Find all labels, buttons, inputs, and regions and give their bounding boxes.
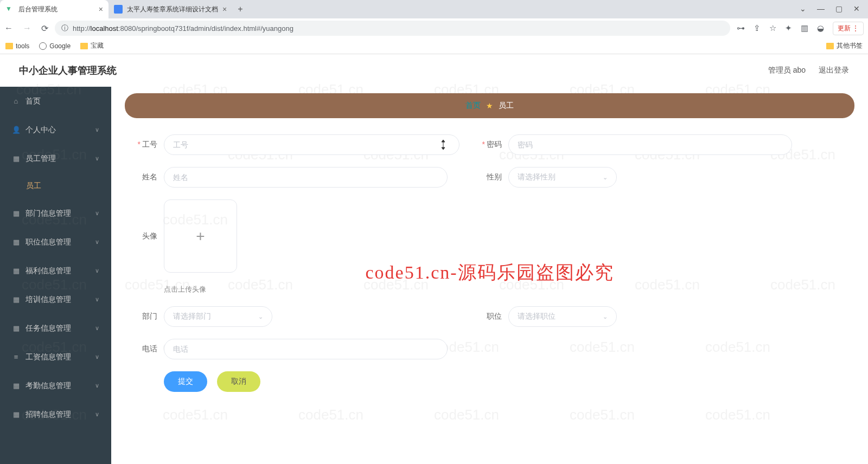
- xingming-input[interactable]: [164, 167, 448, 188]
- chevron-down-icon: ∨: [95, 296, 99, 303]
- form-actions: 提交 取消: [164, 371, 792, 392]
- chevron-down-icon: ⌄: [603, 313, 608, 320]
- sidebar-item-welfare[interactable]: ▦福利信息管理∨: [0, 256, 111, 285]
- grid-icon: ▦: [12, 382, 20, 390]
- plus-icon: +: [196, 228, 205, 245]
- reload-icon[interactable]: ⟳: [41, 23, 48, 34]
- zhiwei-select[interactable]: 请选择职位⌄: [508, 306, 617, 327]
- tabs-row: ▼ 后台管理系统 × 太平人寿签章系统详细设计文档 × +: [0, 0, 868, 18]
- forward-icon[interactable]: →: [23, 23, 31, 34]
- browser-chrome: ⌄ — ▢ ✕ ▼ 后台管理系统 × 太平人寿签章系统详细设计文档 × + ← …: [0, 0, 868, 54]
- tab-favicon: ▼: [5, 5, 14, 14]
- chevron-down-icon: ∨: [95, 353, 99, 360]
- breadcrumb-home[interactable]: 首页: [465, 101, 481, 111]
- update-button[interactable]: 更新 ⋮: [833, 22, 864, 35]
- toolbar-icons: ⊶ ⇪ ☆ ✦ ▥ ◒ 更新 ⋮: [737, 22, 864, 35]
- close-icon[interactable]: ×: [99, 5, 103, 14]
- sidebar-item-task[interactable]: ▦任务信息管理∨: [0, 314, 111, 343]
- app-header: 中小企业人事管理系统 管理员 abo 退出登录: [0, 54, 868, 87]
- submit-button[interactable]: 提交: [164, 371, 207, 392]
- tab-favicon: [114, 5, 123, 14]
- upload-hint: 点击上传头像: [164, 285, 792, 294]
- minimize-icon[interactable]: —: [817, 4, 825, 13]
- breadcrumb-current: 员工: [499, 101, 514, 111]
- sidebar-subitem-employee[interactable]: 员工: [0, 173, 111, 199]
- form-item-xingbie: 性别 请选择性别⌄: [469, 167, 792, 188]
- profile-icon[interactable]: ◒: [817, 23, 824, 33]
- employee-form: *工号 *密码 姓名 性别 请选择性别⌄: [125, 134, 792, 392]
- grid-icon: ▦: [12, 267, 20, 275]
- chevron-down-icon: ⌄: [603, 174, 608, 181]
- chevron-down-icon: ∨: [95, 411, 99, 418]
- dianhua-input[interactable]: [164, 339, 448, 359]
- sidebar-item-profile[interactable]: 👤个人中心∨: [0, 115, 111, 144]
- maximize-icon[interactable]: ▢: [835, 4, 843, 13]
- down-chevron-icon[interactable]: ⌄: [800, 4, 806, 13]
- star-icon[interactable]: ☆: [769, 23, 776, 33]
- admin-label[interactable]: 管理员 abo: [768, 66, 806, 75]
- share-icon[interactable]: ⇪: [754, 23, 761, 33]
- close-window-icon[interactable]: ✕: [853, 4, 860, 13]
- label-xingming: 姓名: [125, 172, 157, 182]
- bumen-select[interactable]: 请选择部门⌄: [164, 306, 272, 327]
- panel-icon[interactable]: ▥: [801, 23, 808, 33]
- grid-icon: ▦: [12, 238, 20, 246]
- chevron-down-icon: ⌄: [258, 313, 263, 320]
- sidebar-item-position[interactable]: ▦职位信息管理∨: [0, 228, 111, 256]
- bookmarks-bar: tools Google 宝藏 其他书签: [0, 38, 868, 54]
- key-icon[interactable]: ⊶: [737, 23, 745, 33]
- grid-icon: ▦: [12, 295, 20, 304]
- label-dianhua: 电话: [125, 344, 157, 354]
- info-icon[interactable]: ⓘ: [61, 23, 68, 33]
- grid-icon: ▦: [12, 209, 20, 217]
- form-item-dianhua: 电话: [125, 339, 448, 359]
- url-bar[interactable]: ⓘ http://localhost:8080/springbootq731f/…: [55, 21, 730, 36]
- folder-icon: [826, 43, 834, 49]
- form-item-mima: *密码: [469, 134, 792, 155]
- label-bumen: 部门: [125, 312, 157, 321]
- header-right: 管理员 abo 退出登录: [768, 66, 849, 75]
- app-body: ⌂首页 👤个人中心∨ ▦员工管理∨ 员工 ▦部门信息管理∨ ▦职位信息管理∨ ▦…: [0, 87, 868, 464]
- extension-icon[interactable]: ✦: [785, 23, 792, 33]
- sidebar-item-dept[interactable]: ▦部门信息管理∨: [0, 199, 111, 228]
- back-icon[interactable]: ←: [4, 23, 13, 34]
- sidebar-item-salary[interactable]: ≡工资信息管理∨: [0, 343, 111, 371]
- grid-icon: ▦: [12, 324, 20, 332]
- new-tab-button[interactable]: +: [232, 4, 248, 14]
- logout-link[interactable]: 退出登录: [819, 66, 849, 75]
- bookmark-baozang[interactable]: 宝藏: [80, 41, 104, 50]
- form-item-zhiwei: 职位 请选择职位⌄: [469, 306, 792, 327]
- form-item-bumen: 部门 请选择部门⌄: [125, 306, 448, 327]
- close-icon[interactable]: ×: [222, 5, 227, 14]
- sidebar-item-home[interactable]: ⌂首页: [0, 87, 111, 115]
- other-bookmarks[interactable]: 其他书签: [826, 41, 863, 50]
- breadcrumb: 首页 ★ 员工: [125, 93, 854, 118]
- list-icon: ≡: [12, 353, 20, 361]
- gonghao-input[interactable]: [164, 134, 459, 155]
- url-text: http://localhost:8080/springbootq731f/ad…: [73, 24, 293, 33]
- main-content: 首页 ★ 员工 code51.cn-源码乐园盗图必究 *工号 *密码 姓名: [111, 87, 868, 464]
- form-item-xingming: 姓名: [125, 167, 448, 188]
- folder-icon: [80, 43, 88, 49]
- cancel-button[interactable]: 取消: [217, 371, 260, 392]
- tab-doc[interactable]: 太平人寿签章系统详细设计文档 ×: [108, 0, 232, 18]
- sidebar-item-recruit[interactable]: ▦招聘信息管理∨: [0, 400, 111, 429]
- chevron-down-icon: ∨: [95, 267, 99, 274]
- label-gonghao: *工号: [125, 140, 157, 150]
- window-controls: ⌄ — ▢ ✕: [792, 0, 868, 17]
- label-xingbie: 性别: [469, 172, 502, 182]
- tab-admin[interactable]: ▼ 后台管理系统 ×: [0, 0, 108, 18]
- sidebar-item-training[interactable]: ▦培训信息管理∨: [0, 285, 111, 314]
- sidebar-item-attendance[interactable]: ▦考勤信息管理∨: [0, 371, 111, 400]
- address-row: ← → ⟳ ⓘ http://localhost:8080/springboot…: [0, 18, 868, 38]
- chevron-down-icon: ∨: [95, 155, 99, 162]
- bookmark-tools[interactable]: tools: [5, 42, 29, 50]
- xingbie-select[interactable]: 请选择性别⌄: [508, 167, 617, 188]
- avatar-upload[interactable]: +: [164, 199, 237, 273]
- sidebar-item-employee[interactable]: ▦员工管理∨: [0, 144, 111, 173]
- globe-icon: [39, 42, 47, 50]
- mima-input[interactable]: [508, 134, 792, 155]
- grid-icon: ▦: [12, 154, 20, 163]
- form-item-touxiang: 头像 +: [125, 199, 237, 273]
- bookmark-google[interactable]: Google: [39, 42, 71, 50]
